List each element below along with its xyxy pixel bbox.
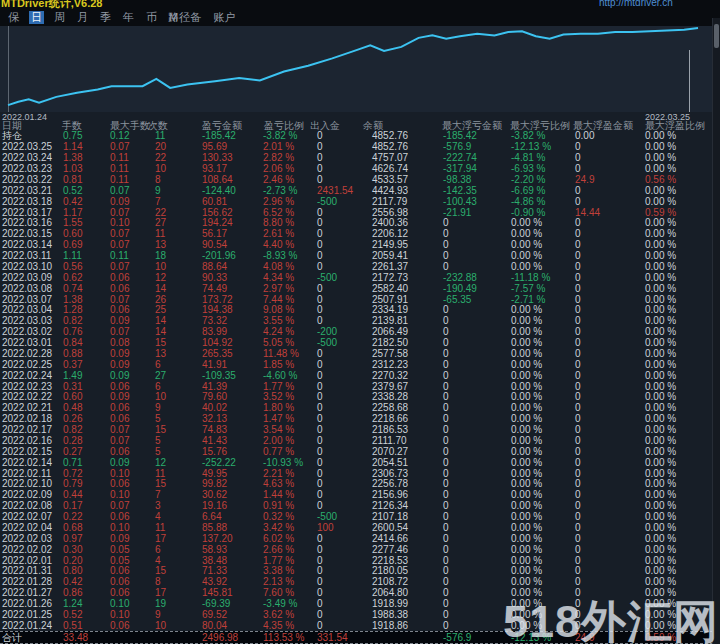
table-row[interactable]: 2022.03.041.280.0625194.389.08 %02334.19… xyxy=(0,305,713,316)
table-cell: -576.9 xyxy=(443,633,471,643)
toolbar-item-6[interactable]: 币 xyxy=(144,11,159,24)
table-row[interactable]: 2022.03.020.760.071483.994.24 %-2002066.… xyxy=(0,327,713,338)
table-row[interactable]: 2022.03.231.030.111093.172.06 %04626.74-… xyxy=(0,164,713,175)
table-cell: -21.91 xyxy=(443,208,471,218)
homepage-link[interactable]: http://mtdriver.cn xyxy=(599,0,673,8)
table-row[interactable]: 2022.03.071.380.0726173.727.44 %02507.91… xyxy=(0,294,713,305)
table-cell: 0 xyxy=(443,512,449,522)
toolbar-item-1[interactable]: 日 xyxy=(29,11,44,24)
table-cell: 0.00 % xyxy=(511,403,542,413)
table-row[interactable]: 2022.02.241.490.0927-109.35-4.60 %02270.… xyxy=(0,370,713,381)
table-cell: 2.66 % xyxy=(263,545,294,555)
table-cell: 0.37 xyxy=(63,360,82,370)
table-row[interactable]: 2022.01.310.800.061571.333.38 %02180.050… xyxy=(0,566,713,577)
table-row[interactable]: 2022.03.111.110.1118-201.96-8.93 %02059.… xyxy=(0,251,713,262)
table-cell: 0 xyxy=(317,240,323,250)
table-cell: 0.06 xyxy=(110,273,129,283)
table-row[interactable]: 2022.02.170.820.071574.833.54 %02186.530… xyxy=(0,425,713,436)
table-row[interactable]: 2022.02.230.310.06641.391.77 %02379.6700… xyxy=(0,381,713,392)
table-cell: 0.00 % xyxy=(645,512,676,522)
table-cell: 0.42 xyxy=(63,197,82,207)
toolbar-item-0[interactable]: 保 xyxy=(6,11,21,24)
vertical-scrollbar[interactable] xyxy=(712,18,720,644)
table-row[interactable]: 2022.03.030.820.091473.323.55 %02139.810… xyxy=(0,316,713,327)
table-cell: 0.07 xyxy=(110,425,129,435)
table-cell: 7.60 % xyxy=(263,588,294,598)
table-cell: 0.81 xyxy=(63,175,82,185)
toolbar-item-2[interactable]: 周 xyxy=(52,11,67,24)
mtdriver-statistics-window: MTDriver统计,V6.28 http://mtdriver.cn 保日周月… xyxy=(0,0,720,644)
table-row[interactable]: 持仓0.750.1211-185.42-3.82 %04852.76-185.4… xyxy=(0,131,713,142)
table-row[interactable]: 2022.02.030.970.0917137.206.02 %02414.66… xyxy=(0,533,713,544)
table-cell: 0.00 % xyxy=(511,566,542,576)
table-cell: 0.00 % xyxy=(645,360,676,370)
table-row[interactable]: 2022.02.150.270.06515.760.77 %02070.2700… xyxy=(0,446,713,457)
table-row[interactable]: 2022.02.250.370.09641.911.85 %02312.2300… xyxy=(0,359,713,370)
toolbar-item-path[interactable]: 路径 xyxy=(168,10,190,25)
table-row[interactable]: 2022.02.010.200.05438.481.77 %02218.5300… xyxy=(0,555,713,566)
table-cell: 0 xyxy=(575,338,581,348)
table-cell: 156.62 xyxy=(202,208,233,218)
table-row[interactable]: 2022.02.180.260.06532.131.47 %02218.6600… xyxy=(0,414,713,425)
table-cell: 4424.93 xyxy=(372,186,408,196)
table-cell: 0.42 xyxy=(63,577,82,587)
table-cell: 99.82 xyxy=(202,479,227,489)
table-row[interactable]: 2022.02.020.300.05658.932.66 %02277.4600… xyxy=(0,544,713,555)
table-row[interactable]: 2022.02.160.280.07541.432.00 %02111.7000… xyxy=(0,436,713,447)
toolbar-item-5[interactable]: 年 xyxy=(121,11,136,24)
table-row[interactable]: 2022.03.010.840.0815104.925.05 %-5002182… xyxy=(0,338,713,349)
column-header[interactable]: 出入金 xyxy=(310,121,340,131)
table-cell: 0.10 xyxy=(110,490,129,500)
table-row[interactable]: 2022.03.180.420.09760.812.96 %-5002117.7… xyxy=(0,196,713,207)
table-cell: 6 xyxy=(155,360,161,370)
table-cell: 1918.86 xyxy=(372,621,408,631)
table-cell: 1.14 xyxy=(63,142,82,152)
equity-chart[interactable] xyxy=(0,26,713,112)
table-row[interactable]: 2022.03.090.620.061290.334.34 %-5002172.… xyxy=(0,272,713,283)
table-row[interactable]: 2022.03.161.550.1027194.248.80 %02400.36… xyxy=(0,218,713,229)
table-row[interactable]: 2022.02.210.480.06940.021.80 %02258.6800… xyxy=(0,403,713,414)
table-cell: 0 xyxy=(443,479,449,489)
toolbar-item-4[interactable]: 季 xyxy=(98,11,113,24)
table-cell: 0.00 % xyxy=(511,251,542,261)
table-cell: 0.00 % xyxy=(645,490,676,500)
table-cell: 0.17 xyxy=(63,501,82,511)
table-cell: 0.86 xyxy=(63,588,82,598)
table-row[interactable]: 2022.02.080.170.07319.160.91 %02126.3400… xyxy=(0,501,713,512)
table-row[interactable]: 2022.02.280.880.0913265.3511.48 %02577.5… xyxy=(0,349,713,360)
table-cell: 0 xyxy=(575,577,581,587)
table-row[interactable]: 2022.02.100.790.061599.824.63 %02256.780… xyxy=(0,479,713,490)
table-cell: 0.09 xyxy=(110,360,129,370)
table-cell: 2022.03.17 xyxy=(2,208,52,218)
table-row[interactable]: 2022.03.150.600.071156.172.61 %02206.120… xyxy=(0,229,713,240)
table-row[interactable]: 2022.03.080.740.061474.492.97 %02582.40-… xyxy=(0,283,713,294)
table-row[interactable]: 2022.02.070.220.0646.640.32 %-5002107.18… xyxy=(0,512,713,523)
table-row[interactable]: 2022.03.171.170.0722156.626.52 %02556.98… xyxy=(0,207,713,218)
table-cell: 27 xyxy=(155,218,166,228)
table-cell: 0.10 xyxy=(110,523,129,533)
table-row[interactable]: 2022.03.251.140.072095.692.01 %04852.76-… xyxy=(0,142,713,153)
toolbar-item-9[interactable]: 账户 xyxy=(211,11,237,24)
table-row[interactable]: 2022.03.140.690.071390.544.40 %02149.950… xyxy=(0,240,713,251)
table-cell: 11 xyxy=(155,131,165,141)
table-cell: 2334.19 xyxy=(372,305,408,315)
table-row[interactable]: 2022.02.090.440.10730.621.44 %02156.9600… xyxy=(0,490,713,501)
table-cell: 0.09 xyxy=(110,534,129,544)
table-row[interactable]: 2022.01.280.420.06843.922.13 %02108.7200… xyxy=(0,577,713,588)
toolbar-item-8[interactable]: 备 xyxy=(188,11,203,24)
scrollbar-thumb[interactable] xyxy=(714,24,719,48)
table-row[interactable]: 2022.02.040.680.101185.883.42 %1002600.5… xyxy=(0,523,713,534)
table-row[interactable]: 2022.02.140.710.0912-252.22-10.93 %02054… xyxy=(0,457,713,468)
table-cell: 0 xyxy=(575,512,581,522)
table-row[interactable]: 2022.03.210.520.079-124.40-2.73 %2431.54… xyxy=(0,185,713,196)
table-row[interactable]: 2022.02.110.720.101149.952.21 %02306.730… xyxy=(0,468,713,479)
table-cell: 0 xyxy=(443,262,449,272)
table-cell: 0.07 xyxy=(110,436,129,446)
table-row[interactable]: 2022.03.241.380.1122130.332.82 %04757.07… xyxy=(0,153,713,164)
table-row[interactable]: 2022.03.100.560.071088.644.08 %02261.370… xyxy=(0,262,713,273)
table-cell: 0.60 xyxy=(63,392,82,402)
table-cell: 0 xyxy=(317,382,323,392)
toolbar-item-3[interactable]: 月 xyxy=(75,11,90,24)
table-row[interactable]: 2022.03.220.810.118108.642.46 %04533.57-… xyxy=(0,175,713,186)
table-row[interactable]: 2022.02.220.600.091079.603.52 %02338.280… xyxy=(0,392,713,403)
